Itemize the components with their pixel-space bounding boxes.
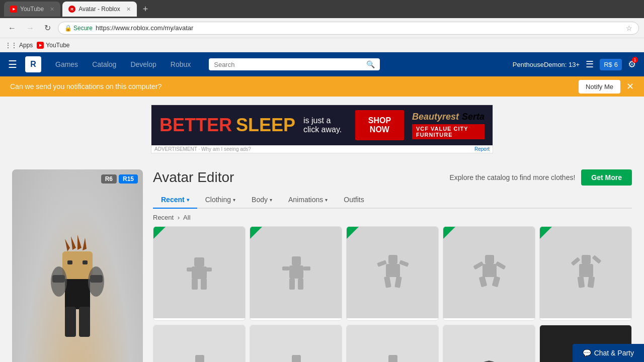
ad-label: ADVERTISEMENT · Why am I seeing ads? (154, 146, 251, 152)
roblox-logo[interactable]: R (25, 56, 41, 72)
item-thumb-stylish-idle (250, 227, 342, 318)
tab-animations[interactable]: Animations ▾ (280, 192, 336, 209)
search-bar[interactable]: 🔍 (209, 58, 380, 70)
svg-rect-14 (194, 257, 204, 266)
main-content: R6 R15 2D Avatar Editor Explore the cata… (0, 161, 644, 362)
hamburger-menu[interactable]: ☰ (8, 58, 17, 70)
ad-report[interactable]: Report (474, 146, 490, 152)
svg-rect-24 (289, 279, 295, 290)
item-thumb-6 (153, 325, 245, 363)
nav-catalog[interactable]: Catalog (86, 56, 122, 72)
item-6[interactable] (153, 325, 246, 363)
forward-button[interactable]: → (23, 22, 37, 35)
robux-badge[interactable]: R$ 6 (600, 59, 622, 70)
yt-ext-favicon (37, 42, 44, 49)
item-figure-svg-6 (182, 351, 217, 363)
browser-chrome: YouTube ✕ R Avatar - Roblox ✕ + (0, 0, 644, 18)
serta-logo: Serta (462, 112, 485, 122)
svg-rect-28 (377, 260, 387, 267)
robux-icon: R$ (604, 61, 612, 68)
get-more-button[interactable]: Get More (581, 169, 632, 186)
nav-games[interactable]: Games (49, 56, 84, 72)
svg-rect-34 (473, 261, 484, 270)
svg-rect-44 (195, 355, 204, 363)
nav-right: PenthouseDemon: 13+ ☰ R$ 6 ⚙ 1 (513, 59, 636, 70)
breadcrumb-parent[interactable]: Recent (153, 214, 174, 221)
item-name-stylish-run: Stylish Run (443, 318, 535, 321)
tab-body-label: Body (252, 196, 268, 204)
item-stylish-climb[interactable]: Stylish Climb (539, 226, 632, 321)
tab-recent[interactable]: Recent ▾ (153, 192, 197, 209)
svg-rect-10 (65, 307, 76, 337)
breadcrumb: Recent › All (153, 214, 632, 221)
svg-rect-36 (479, 276, 488, 287)
tab-roblox[interactable]: R Avatar - Roblox ✕ (62, 2, 136, 17)
tab-youtube-close[interactable]: ✕ (50, 6, 54, 13)
chat-party-button[interactable]: 💬 Chat & Party (573, 344, 644, 362)
advertisement: BETTER SLEEP is just a click away. SHOP … (151, 105, 493, 153)
secure-label: Secure (73, 25, 93, 32)
svg-rect-37 (492, 276, 501, 287)
back-button[interactable]: ← (5, 22, 19, 35)
svg-rect-26 (388, 255, 397, 264)
item-8[interactable] (346, 325, 439, 363)
item-stylish-run[interactable]: Stylish Run (443, 226, 535, 321)
items-grid: Stylish Fall Stylish Idle (153, 226, 632, 362)
svg-rect-57 (388, 355, 397, 363)
item-stylish-fall[interactable]: Stylish Fall (153, 226, 246, 321)
item-thumb-helmet (443, 325, 535, 363)
banner-message: Can we send you notifications on this co… (10, 82, 162, 90)
apps-button[interactable]: ⋮⋮ Apps (5, 42, 33, 49)
extensions-bar: ⋮⋮ Apps YouTube (0, 38, 644, 52)
svg-rect-33 (482, 264, 497, 277)
ad-tagline: is just a click away. (303, 116, 347, 134)
nav-links: Games Catalog Develop Robux (49, 56, 197, 72)
notify-me-button[interactable]: Notify Me (579, 80, 620, 94)
item-name-stylish-jump: Stylish Jump (347, 318, 438, 321)
explore-text: Explore the catalog to find more clothes… (450, 173, 576, 182)
item-helmet-svg (471, 351, 507, 363)
svg-rect-16 (187, 267, 193, 272)
chat-icon[interactable]: ☰ (586, 59, 594, 70)
right-panel: Avatar Editor Explore the catalog to fin… (153, 169, 632, 362)
tab-animations-label: Animations (288, 196, 323, 204)
tab-outfits[interactable]: Outfits (336, 192, 372, 209)
youtube-ext[interactable]: YouTube (37, 42, 69, 49)
url-text: https://www.roblox.com/my/avatar (96, 24, 623, 32)
clothing-chevron: ▾ (233, 197, 235, 203)
tab-youtube[interactable]: YouTube ✕ (4, 2, 60, 17)
url-bar[interactable]: 🔒 Secure https://www.roblox.com/my/avata… (58, 22, 639, 35)
tab-roblox-close[interactable]: ✕ (126, 6, 131, 13)
svg-marker-4 (77, 235, 82, 250)
nav-robux[interactable]: Robux (165, 56, 197, 72)
item-helmet[interactable] (443, 325, 535, 363)
settings-notif-dot: 1 (632, 57, 638, 63)
svg-marker-2 (65, 239, 70, 251)
new-tab-button[interactable]: + (139, 2, 152, 17)
nav-develop[interactable]: Develop (124, 56, 162, 72)
svg-rect-6 (67, 260, 72, 264)
item-figure-svg-idle (278, 252, 313, 293)
avatar-badges: R6 R15 (101, 174, 138, 184)
apps-label: Apps (19, 42, 33, 49)
animations-chevron: ▾ (325, 197, 328, 203)
bookmark-icon[interactable]: ☆ (626, 24, 632, 32)
shop-now-button[interactable]: SHOP NOW (355, 110, 404, 140)
item-stylish-jump[interactable]: Stylish Jump (346, 226, 439, 321)
close-banner-button[interactable]: ✕ (626, 81, 634, 92)
youtube-favicon (10, 6, 17, 13)
item-7[interactable] (250, 325, 342, 363)
search-input[interactable] (214, 61, 363, 68)
item-thumb-7 (250, 325, 342, 363)
svg-rect-20 (292, 256, 301, 265)
settings-icon[interactable]: ⚙ 1 (628, 59, 636, 70)
avatar-panel: R6 R15 2D (12, 169, 143, 362)
tab-body[interactable]: Body ▾ (244, 192, 280, 209)
badge-r15: R15 (119, 174, 138, 184)
refresh-button[interactable]: ↻ (41, 21, 54, 35)
tab-clothing[interactable]: Clothing ▾ (197, 192, 244, 209)
roblox-favicon: R (68, 6, 75, 13)
item-stylish-idle[interactable]: Stylish Idle (250, 226, 342, 321)
svg-rect-42 (578, 276, 585, 288)
item-figure-svg-climb (568, 252, 603, 293)
